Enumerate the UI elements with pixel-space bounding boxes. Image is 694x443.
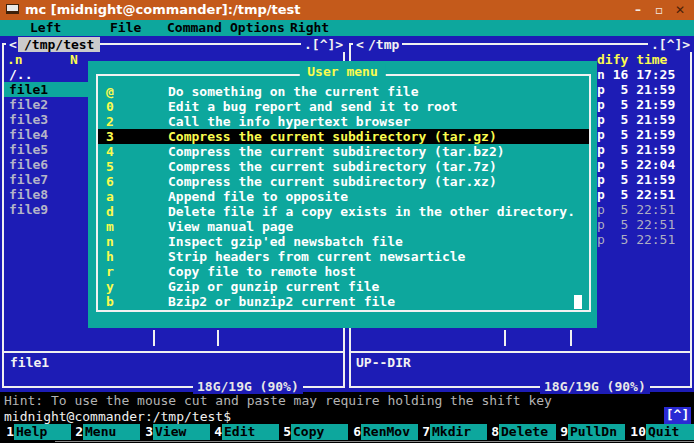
menubar-item-left[interactable]: Left [30, 20, 61, 35]
user-menu-item[interactable]: 2Call the info hypertext browser [98, 114, 589, 129]
user-menu-item-key: y [106, 279, 114, 294]
fkey-pulldn-button[interactable]: PullDn [568, 424, 625, 440]
user-menu-item[interactable]: 0Edit a bug report and send it to root [98, 99, 589, 114]
mtime-cell[interactable]: p 5 22:51 [597, 202, 675, 217]
column-separator-tick [570, 330, 572, 346]
left-ministatus: file1 [10, 355, 49, 370]
user-menu-item-label: Call the info hypertext browser [168, 114, 411, 129]
command-history-button[interactable]: [^] [664, 407, 691, 424]
user-menu-item-key: @ [106, 84, 114, 99]
left-ministatus-separator [3, 351, 344, 353]
minimize-button[interactable]: – [630, 3, 646, 18]
hint-line: Hint: To use the mouse cut and paste may… [4, 393, 552, 408]
right-ministatus-separator [350, 351, 691, 353]
mtime-cell[interactable]: p 5 21:59 [597, 127, 675, 142]
user-menu-item-label: Append file to opposite [168, 189, 348, 204]
user-menu-item-label: Bzip2 or bunzip2 current file [168, 294, 395, 309]
fkey-number: 5 [279, 424, 291, 439]
user-menu-item-key: 6 [106, 174, 114, 189]
user-menu-item[interactable]: 4Compress the current subdirectory (tar.… [98, 144, 589, 159]
user-menu-item-label: Compress the current subdirectory (tar.b… [168, 144, 505, 159]
left-free-space: 18G/19G (90%) [193, 379, 303, 394]
user-menu-item-label: Edit a bug report and send it to root [168, 99, 458, 114]
user-menu-item-label: Strip headers from current newsarticle [168, 249, 465, 264]
fkey-view-button[interactable]: View [153, 424, 210, 440]
user-menu-item-key: n [106, 234, 114, 249]
user-menu-item-key: 4 [106, 144, 114, 159]
window-bottom-line [55, 441, 694, 442]
fkey-help-button[interactable]: Help [14, 424, 71, 440]
user-menu-item-label: Inspect gzip'ed newsbatch file [168, 234, 403, 249]
fkey-number: 1 [2, 424, 14, 439]
fkey-number: 6 [349, 424, 361, 439]
command-prompt[interactable]: midnight@commander:/tmp/test$ [4, 409, 231, 424]
mtime-cell[interactable]: p 5 22:51 [597, 187, 675, 202]
menubar-item-options[interactable]: Options [230, 20, 285, 35]
fkey-number: 10 [626, 424, 646, 439]
user-menu-item[interactable]: @Do something on the current file [98, 84, 589, 99]
terminal-icon [6, 4, 19, 14]
right-ministatus: UP--DIR [356, 355, 411, 370]
fkey-mkdir-button[interactable]: Mkdir [430, 424, 487, 440]
user-menu-item[interactable]: 3Compress the current subdirectory (tar.… [98, 129, 589, 144]
fkey-number: 9 [556, 424, 568, 439]
maximize-button[interactable]: ▫ [651, 3, 667, 18]
user-menu-item-key: d [106, 204, 114, 219]
user-menu-item-key: h [106, 249, 114, 264]
user-menu-item[interactable]: mView manual page [98, 219, 589, 234]
user-menu-item-key: 3 [106, 129, 114, 144]
fkey-number: 3 [141, 424, 153, 439]
fkey-number: 2 [71, 424, 83, 439]
mtime-cell[interactable]: p 5 22:04 [597, 157, 675, 172]
user-menu-item-label: Compress the current subdirectory (tar.7… [168, 159, 497, 174]
fkey-copy-button[interactable]: Copy [291, 424, 348, 440]
mtime-cell[interactable]: p 5 22:51 [597, 217, 675, 232]
user-menu-item-label: Gzip or gunzip current file [168, 279, 379, 294]
mtime-cell[interactable]: p 5 21:59 [597, 82, 675, 97]
fkey-quit-button[interactable]: Quit [646, 424, 694, 440]
mtime-cell[interactable]: p 5 21:59 [597, 97, 675, 112]
menubar-item-command[interactable]: Command [167, 20, 222, 35]
menubar-item-right[interactable]: Right [290, 20, 329, 35]
user-menu-item[interactable]: 5Compress the current subdirectory (tar.… [98, 159, 589, 174]
mtime-cell[interactable]: n 16 17:25 [597, 67, 675, 82]
user-menu-item[interactable]: 6Compress the current subdirectory (tar.… [98, 174, 589, 189]
fkey-number: 7 [418, 424, 430, 439]
user-menu-item-key: b [106, 294, 114, 309]
mtime-cell[interactable]: p 5 21:59 [597, 172, 675, 187]
user-menu-item-label: Delete file if a copy exists in the othe… [168, 204, 575, 219]
user-menu-item[interactable]: aAppend file to opposite [98, 189, 589, 204]
titlebar: mc [midnight@commander]:/tmp/test – ▫ ✕ [0, 0, 694, 20]
user-menu-item-key: 5 [106, 159, 114, 174]
mtime-cell[interactable]: p 5 21:59 [597, 112, 675, 127]
close-button[interactable]: ✕ [672, 3, 688, 18]
user-menu-item-key: m [106, 219, 114, 234]
fkey-menu-button[interactable]: Menu [83, 424, 140, 440]
window-title: mc [midnight@commander]:/tmp/test [25, 2, 301, 17]
user-menu-item-label: Compress the current subdirectory (tar.g… [168, 129, 497, 144]
column-separator-tick [153, 330, 155, 346]
user-menu-item[interactable]: dDelete file if a copy exists in the oth… [98, 204, 589, 219]
mc-window: mc [midnight@commander]:/tmp/test – ▫ ✕ … [0, 0, 694, 443]
user-menu-item-label: Compress the current subdirectory (tar.x… [168, 174, 497, 189]
right-free-space: 18G/19G (90%) [540, 379, 650, 394]
user-menu-item[interactable]: hStrip headers from current newsarticle [98, 249, 589, 264]
user-menu-item-label: Do something on the current file [168, 84, 418, 99]
fkey-delete-button[interactable]: Delete [499, 424, 556, 440]
text-cursor [574, 295, 582, 309]
fkey-edit-button[interactable]: Edit [222, 424, 279, 440]
fkey-number: 8 [487, 424, 499, 439]
menubar-item-file[interactable]: File [110, 20, 141, 35]
mtime-cell[interactable]: p 5 22:51 [597, 232, 675, 247]
mtime-cell[interactable]: p 5 21:59 [597, 142, 675, 157]
user-menu-items: @Do something on the current file0Edit a… [88, 61, 597, 328]
user-menu-item[interactable]: nInspect gzip'ed newsbatch file [98, 234, 589, 249]
user-menu-item[interactable]: bBzip2 or bunzip2 current file [98, 294, 589, 309]
user-menu-item-key: 0 [106, 99, 114, 114]
user-menu-item-key: 2 [106, 114, 114, 129]
user-menu-item-label: Copy file to remote host [168, 264, 356, 279]
user-menu-item-key: r [106, 264, 114, 279]
user-menu-item[interactable]: rCopy file to remote host [98, 264, 589, 279]
fkey-renmov-button[interactable]: RenMov [361, 424, 418, 440]
user-menu-item[interactable]: yGzip or gunzip current file [98, 279, 589, 294]
